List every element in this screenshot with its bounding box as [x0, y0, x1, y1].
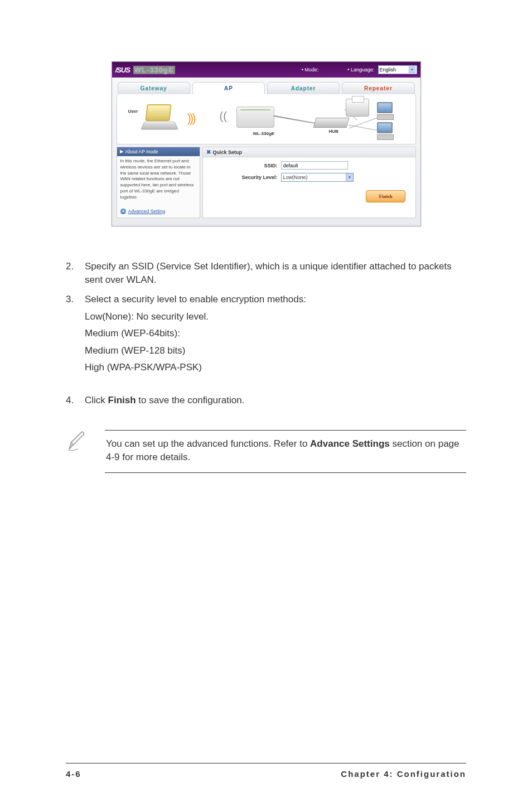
- step-number: 4.: [66, 394, 85, 408]
- step-text: Specify an SSID (Service Set Identifier)…: [85, 260, 466, 287]
- panel-header: ✖ Quick Setup: [203, 147, 415, 157]
- ssid-label: SSID:: [209, 163, 278, 168]
- page-footer: 4-6 Chapter 4: Configuration: [66, 763, 466, 779]
- title-bar: /SUS WL-330gE • Mode: • Language: Englis…: [112, 62, 420, 78]
- step4-post: to save the configuration.: [136, 395, 245, 405]
- pc-icon: [377, 122, 397, 140]
- security-row: Security Level: Low(None) ▾: [203, 171, 415, 183]
- brand-logo: /SUS: [115, 66, 130, 74]
- security-value: Low(None): [283, 175, 308, 180]
- step3-line: Low(None): No security level.: [85, 310, 466, 324]
- step-2: 2. Specify an SSID (Service Set Identifi…: [66, 260, 466, 287]
- mode-tabs: Gateway AP Adapter Repeater: [117, 82, 416, 94]
- step-3: 3. Select a security level to enable enc…: [66, 293, 466, 375]
- page-number: 4-6: [66, 769, 81, 779]
- advanced-setting-label: Advanced Setting: [128, 209, 166, 214]
- sidebar-title: About AP mode: [125, 149, 158, 154]
- model-label: WL-330gE: [133, 66, 175, 74]
- tab-gateway[interactable]: Gateway: [118, 82, 190, 94]
- router-window: /SUS WL-330gE • Mode: • Language: Englis…: [112, 61, 421, 226]
- router-admin-screenshot: /SUS WL-330gE • Mode: • Language: Englis…: [112, 61, 421, 226]
- router-device-icon: [236, 107, 274, 128]
- chevron-down-icon: ▾: [346, 173, 353, 181]
- step-number: 3.: [66, 293, 85, 375]
- wifi-icon: ((: [220, 110, 227, 123]
- mode-label: • Mode:: [302, 67, 319, 73]
- tab-ap[interactable]: AP: [192, 82, 265, 94]
- note-text: You can set up the advanced functions. R…: [105, 430, 466, 473]
- wifi-icon: ))): [187, 111, 195, 125]
- chapter-label: Chapter 4: Configuration: [341, 769, 466, 779]
- step3-line: Medium (WEP-128 bits): [85, 344, 466, 358]
- note-bold: Advance Settings: [310, 438, 390, 449]
- pc-icon: [377, 102, 397, 120]
- language-label: • Language:: [347, 67, 374, 73]
- panel-title: Quick Setup: [213, 149, 243, 155]
- language-value: English: [380, 67, 396, 73]
- tab-repeater[interactable]: Repeater: [342, 82, 414, 94]
- printer-icon: [346, 99, 369, 117]
- tab-adapter[interactable]: Adapter: [267, 82, 340, 94]
- finish-button[interactable]: Finish: [366, 190, 405, 202]
- chevron-down-icon: ▾: [409, 66, 415, 73]
- step4-bold: Finish: [108, 395, 136, 405]
- step-4: 4. Click Finish to save the configuratio…: [66, 394, 466, 408]
- window-body: Gateway AP Adapter Repeater User ))) (( …: [112, 78, 420, 226]
- security-select[interactable]: Low(None) ▾: [281, 173, 354, 182]
- step-text: Select a security level to enable encryp…: [85, 293, 466, 375]
- step3-intro: Select a security level to enable encryp…: [85, 293, 466, 307]
- diagram-device-label: WL-330gE: [253, 131, 275, 136]
- step4-pre: Click: [85, 395, 108, 405]
- sidebar-header: About AP mode: [117, 147, 200, 156]
- step3-line: High (WPA-PSK/WPA-PSK): [85, 361, 466, 375]
- step3-options: Low(None): No security level. Medium (WE…: [85, 310, 466, 375]
- connection-line: [349, 117, 380, 128]
- diagram-hub-label: HUB: [329, 129, 338, 134]
- ssid-row: SSID:: [203, 160, 415, 171]
- diagram-user-label: User: [128, 109, 138, 114]
- security-label: Security Level:: [209, 175, 278, 180]
- laptop-icon: [143, 103, 184, 131]
- step-number: 2.: [66, 260, 85, 287]
- arrow-circle-icon: ➜: [120, 209, 126, 214]
- step-text: Click Finish to save the configuration.: [85, 394, 466, 408]
- network-diagram: User ))) (( WL-330gE HUB: [117, 94, 416, 144]
- quick-setup-panel: ✖ Quick Setup SSID: Security Level: Low(…: [202, 147, 416, 218]
- sidebar-text: In this mode, the Ethernet port and wire…: [117, 156, 200, 203]
- step3-line: Medium (WEP-64bits):: [85, 327, 466, 341]
- advanced-setting-link[interactable]: ➜ Advanced Setting: [120, 209, 200, 214]
- connection-line: [348, 125, 381, 131]
- tools-icon: ✖: [206, 149, 211, 155]
- note-pre: You can set up the advanced functions. R…: [106, 438, 310, 449]
- pencil-note-icon: [66, 430, 88, 452]
- about-sidebar: About AP mode In this mode, the Ethernet…: [117, 147, 200, 218]
- language-select[interactable]: English ▾: [378, 65, 417, 74]
- note-block: You can set up the advanced functions. R…: [66, 430, 466, 473]
- lower-panels: About AP mode In this mode, the Ethernet…: [117, 147, 416, 218]
- hub-icon: [313, 118, 349, 128]
- ssid-input[interactable]: [281, 161, 348, 170]
- instruction-steps: 2. Specify an SSID (Service Set Identifi…: [66, 260, 466, 408]
